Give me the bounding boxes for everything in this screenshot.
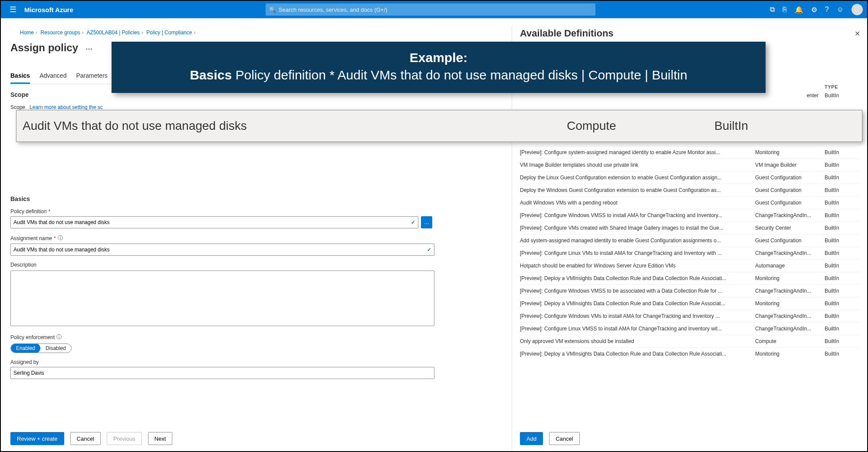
definition-row[interactable]: Add system-assigned managed identity to … <box>520 234 859 247</box>
avatar[interactable] <box>852 4 863 15</box>
crumb-2[interactable]: AZ500LAB04 | Policies <box>86 30 140 36</box>
def-category: Monitoring <box>755 300 825 307</box>
crumb-3[interactable]: Policy | Compliance <box>146 30 192 36</box>
scope-hint-link[interactable]: Learn more about setting the sc <box>30 104 103 110</box>
assignment-input-wrap: ✓ <box>10 244 434 256</box>
topbar-right: ⧉ ⎘ 🔔 ⚙ ? ☺ <box>770 4 863 15</box>
global-search[interactable]: 🔍 <box>266 3 595 16</box>
def-name: [Preview]: Configure Windows VMSS to ins… <box>520 212 755 218</box>
example-row-type: BuiltIn <box>714 119 862 133</box>
previous-button: Previous <box>107 432 142 445</box>
review-create-button[interactable]: Review + create <box>10 432 64 445</box>
def-type: BuiltIn <box>825 200 859 206</box>
left-footer: Review + create Cancel Previous Next <box>10 432 172 445</box>
search-input[interactable] <box>279 7 592 13</box>
def-name: Deploy the Linux Guest Configuration ext… <box>520 175 755 181</box>
definition-row[interactable]: [Preview]: Configure Windows VMSS to be … <box>520 284 859 297</box>
valid-check-icon: ✓ <box>411 219 415 225</box>
policy-def-input[interactable] <box>13 219 411 225</box>
col-type: TYPE <box>825 84 859 89</box>
policy-def-picker-button[interactable]: … <box>421 216 432 228</box>
def-type: BuiltIn <box>825 326 859 332</box>
definition-row[interactable]: [Preview]: Deploy a VMInsights Data Coll… <box>520 297 859 310</box>
tab-advanced[interactable]: Advanced <box>39 69 66 84</box>
definition-row[interactable]: [Preview]: Deploy a VMInsights Data Coll… <box>520 272 859 284</box>
assigned-by-input[interactable] <box>10 367 434 379</box>
def-name: [Preview]: Configure VMs created with Sh… <box>520 225 755 231</box>
def-name: [Preview]: Configure Linux VMSS to insta… <box>520 326 755 332</box>
next-button[interactable]: Next <box>148 432 173 445</box>
def-type: BuiltIn <box>825 275 859 281</box>
feedback-icon[interactable]: ☺ <box>837 6 844 13</box>
directories-icon[interactable]: ⎘ <box>783 6 787 13</box>
definition-row[interactable]: [Preview]: Configure Windows VMSS to ins… <box>520 209 859 221</box>
def-name: Add system-assigned managed identity to … <box>520 238 755 244</box>
close-icon[interactable]: ✕ <box>855 30 860 38</box>
definition-row[interactable]: [Preview]: Deploy a VMInsights Data Coll… <box>520 347 859 360</box>
tab-basics[interactable]: Basics <box>10 69 30 84</box>
settings-icon[interactable]: ⚙ <box>811 6 817 14</box>
example-row-category: Compute <box>567 119 714 133</box>
crumb-1[interactable]: Resource groups <box>40 30 80 36</box>
valid-check-icon: ✓ <box>427 247 431 253</box>
top-bar: ☰ Microsoft Azure 🔍 ⧉ ⎘ 🔔 ⚙ ? ☺ <box>1 1 867 18</box>
search-icon: 🔍 <box>269 7 276 13</box>
def-category: VM Image Builder <box>755 162 825 168</box>
cloudshell-icon[interactable]: ⧉ <box>770 6 775 13</box>
callout-line1: Example: <box>125 50 753 65</box>
definition-row[interactable]: Hotpatch should be enabled for Windows S… <box>520 259 859 272</box>
def-category: Guest Configuration <box>755 187 825 193</box>
def-name: [Preview]: Deploy a VMInsights Data Coll… <box>520 275 755 281</box>
definition-row[interactable]: VM Image Builder templates should use pr… <box>520 158 859 171</box>
def-name: [Preview]: Configure Windows VMs to inst… <box>520 313 755 319</box>
crumb-0[interactable]: Home <box>20 30 34 36</box>
def-category: Monitoring <box>755 275 825 281</box>
info-icon[interactable]: ⓘ <box>56 333 62 341</box>
definition-row[interactable]: [Preview]: Configure Windows VMs to inst… <box>520 310 859 322</box>
add-button[interactable]: Add <box>520 432 543 445</box>
enforcement-label: Policy enforcement ⓘ <box>10 333 502 341</box>
definition-row[interactable]: [Preview]: Configure Linux VMs to instal… <box>520 247 859 259</box>
definition-row[interactable]: [Preview]: Configure system-assigned man… <box>520 146 859 158</box>
scope-label: Scope Learn more about setting the sc <box>10 104 502 110</box>
def-name: [Preview]: Configure Windows VMSS to be … <box>520 288 755 294</box>
assigned-by-label: Assigned by <box>10 359 502 365</box>
more-icon[interactable]: ⋯ <box>85 45 92 53</box>
description-label: Description <box>10 262 502 268</box>
right-footer: Add Cancel <box>520 432 580 445</box>
def-type: BuiltIn <box>825 175 859 181</box>
def-name: Only approved VM extensions should be in… <box>520 338 755 344</box>
hamburger-icon[interactable]: ☰ <box>5 5 21 14</box>
def-type: BuiltIn <box>825 149 859 155</box>
definition-row[interactable]: Deploy the Linux Guest Configuration ext… <box>520 171 859 184</box>
toggle-disabled[interactable]: Disabled <box>40 343 71 353</box>
def-category: Security Center <box>755 225 825 231</box>
definition-row[interactable]: Audit Windows VMs with a pending reboot … <box>520 196 859 209</box>
def-name: [Preview]: Deploy a VMInsights Data Coll… <box>520 300 755 307</box>
definition-row[interactable]: [Preview]: Configure VMs created with Sh… <box>520 221 859 234</box>
callout-line2: Basics Policy definition * Audit VMs tha… <box>125 68 753 82</box>
info-icon[interactable]: ⓘ <box>58 234 63 242</box>
cancel-button[interactable]: Cancel <box>70 432 101 445</box>
policy-def-label: Policy definition* <box>10 208 502 214</box>
definition-list: [Preview]: Configure system-assigned man… <box>520 146 859 360</box>
tab-parameters[interactable]: Parameters <box>76 69 107 84</box>
basics-section-head: Basics <box>10 195 502 202</box>
definition-row[interactable]: Only approved VM extensions should be in… <box>520 335 859 347</box>
def-type: BuiltIn <box>825 212 859 218</box>
def-type: BuiltIn <box>825 313 859 319</box>
def-type: BuiltIn <box>825 351 859 357</box>
notifications-icon[interactable]: 🔔 <box>795 6 803 14</box>
def-name: [Preview]: Configure Linux VMs to instal… <box>520 250 755 256</box>
cancel-def-button[interactable]: Cancel <box>549 432 579 445</box>
def-type: BuiltIn <box>825 225 859 231</box>
definition-row[interactable]: [Preview]: Configure Linux VMSS to insta… <box>520 322 859 335</box>
assignment-input[interactable] <box>13 247 427 253</box>
toggle-enabled[interactable]: Enabled <box>11 343 40 353</box>
description-input[interactable] <box>10 271 434 326</box>
definition-row[interactable]: Deploy the Windows Guest Configuration e… <box>520 184 859 196</box>
enforcement-toggle[interactable]: Enabled Disabled <box>10 343 72 353</box>
example-callout: Example: Basics Policy definition * Audi… <box>112 42 766 93</box>
help-icon[interactable]: ? <box>825 6 829 13</box>
def-type: BuiltIn <box>825 238 859 244</box>
